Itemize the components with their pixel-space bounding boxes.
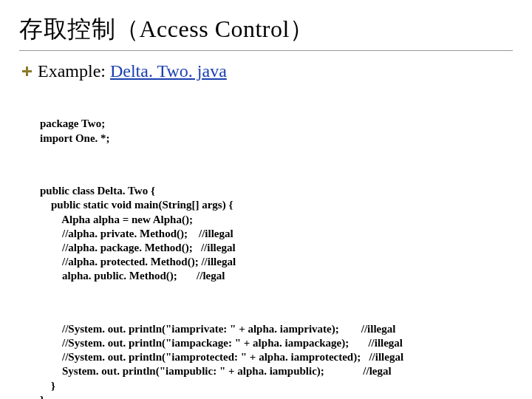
plus-bullet-icon (22, 66, 32, 76)
subtitle-prefix: Example: (38, 61, 110, 81)
subtitle-link: Delta. Two. java (110, 61, 227, 81)
code-paragraph-2: public class Delta. Two { public static … (40, 184, 510, 283)
subtitle: Example: Delta. Two. java (38, 61, 227, 81)
slide-title: 存取控制（Access Control） (19, 13, 513, 51)
code-paragraph-3: //System. out. println("iamprivate: " + … (40, 322, 510, 399)
subtitle-row: Example: Delta. Two. java (22, 61, 513, 81)
slide: 存取控制（Access Control） Example: Delta. Two… (0, 0, 532, 399)
code-block: package Two; import One. *; public class… (40, 89, 510, 399)
code-paragraph-1: package Two; import One. *; (40, 117, 510, 145)
